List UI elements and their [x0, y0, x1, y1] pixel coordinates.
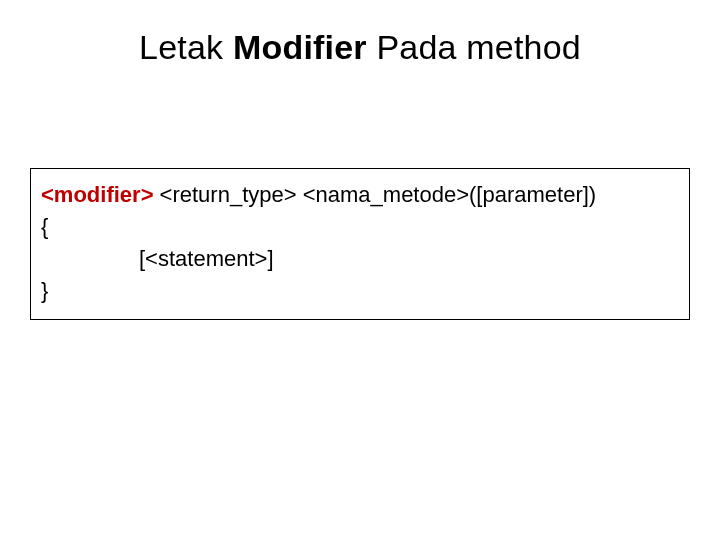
syntax-close-brace: } [41, 275, 679, 307]
syntax-statement: [<statement>] [41, 243, 679, 275]
syntax-rest: <return_type> <nama_metode>([parameter]) [153, 182, 596, 207]
title-part1: Letak [139, 28, 233, 66]
title-part2: Modifier [233, 28, 367, 66]
syntax-modifier: <modifier> [41, 182, 153, 207]
syntax-line-1: <modifier> <return_type> <nama_metode>([… [41, 179, 679, 211]
syntax-box: <modifier> <return_type> <nama_metode>([… [30, 168, 690, 320]
slide-title: Letak Modifier Pada method [0, 0, 720, 67]
syntax-open-brace: { [41, 211, 679, 243]
title-part3: Pada method [367, 28, 581, 66]
